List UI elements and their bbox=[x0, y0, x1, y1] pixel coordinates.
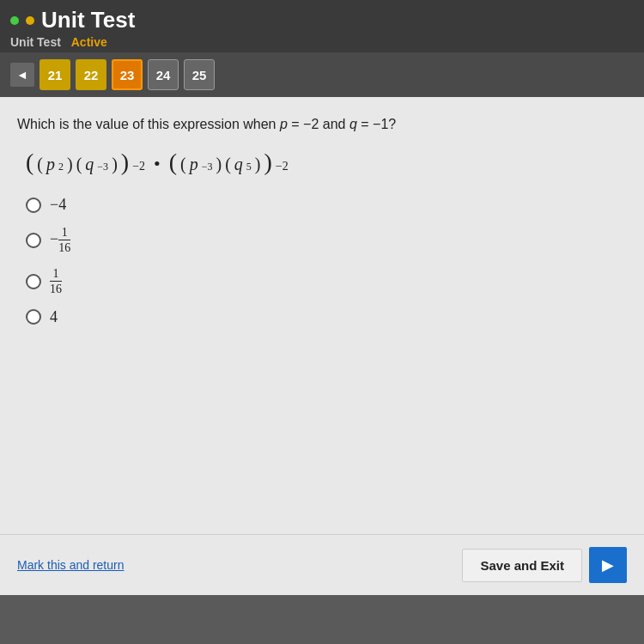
fraction-num-1: 1 bbox=[62, 226, 68, 239]
question-nav-bar: ◄ 21 22 23 24 25 bbox=[0, 52, 644, 97]
expr-close-p2: ) bbox=[216, 155, 222, 174]
option-neg4[interactable]: −4 bbox=[26, 196, 627, 214]
option-neg4-label: −4 bbox=[50, 196, 66, 214]
outer-right-paren1: ) bbox=[121, 150, 129, 174]
expr-p: p bbox=[46, 155, 55, 174]
expr-open-q: ( bbox=[76, 155, 82, 174]
fraction-num-2: 1 bbox=[53, 267, 59, 280]
expr-close-p: ) bbox=[67, 155, 73, 174]
option-neg1over16-label: − 1 16 bbox=[50, 226, 70, 255]
radio-4[interactable] bbox=[26, 309, 41, 325]
fraction-line-1 bbox=[58, 240, 70, 240]
expr-p2: p bbox=[190, 155, 198, 174]
fraction-1over16-neg: 1 16 bbox=[58, 226, 70, 255]
expr-close-q2: ) bbox=[255, 155, 261, 174]
nav-btn-23[interactable]: 23 bbox=[112, 59, 143, 90]
bottom-right-actions: Save and Exit ▶ bbox=[462, 547, 627, 583]
option-4-label: 4 bbox=[50, 308, 58, 326]
answer-options: −4 − 1 16 1 16 bbox=[26, 196, 627, 326]
multiply-dot: • bbox=[154, 153, 161, 175]
question-text: Which is the value of this expression wh… bbox=[17, 114, 627, 135]
yellow-status-dot bbox=[26, 16, 34, 25]
app-header: Unit Test Unit Test Active bbox=[0, 0, 644, 52]
main-content: Which is the value of this expression wh… bbox=[0, 97, 644, 595]
expr-close-q1: ) bbox=[112, 155, 118, 174]
next-arrow-icon: ▶ bbox=[602, 556, 614, 574]
radio-1over16[interactable] bbox=[26, 274, 41, 289]
option-1over16-label: 1 16 bbox=[50, 267, 62, 296]
inner-left-paren2: ( bbox=[180, 155, 186, 174]
outer-right-paren2: ) bbox=[264, 150, 272, 174]
radio-neg1over16[interactable] bbox=[26, 233, 41, 248]
fraction-den-16-2: 16 bbox=[50, 283, 62, 295]
math-expression: ( ( p2 ) ( q−3 ) ) −2 • ( ( p−3 ) ( q5 )… bbox=[26, 150, 627, 175]
expr-q1: q bbox=[85, 155, 94, 174]
breadcrumb-part1: Unit Test bbox=[10, 35, 61, 49]
breadcrumb-separator bbox=[64, 35, 68, 49]
nav-btn-25[interactable]: 25 bbox=[184, 59, 215, 90]
fraction-1over16: 1 16 bbox=[50, 267, 62, 296]
outer-left-paren: ( bbox=[26, 150, 33, 174]
green-status-dot bbox=[10, 16, 19, 25]
radio-neg4[interactable] bbox=[26, 197, 41, 213]
fraction-den-16-1: 16 bbox=[58, 241, 70, 254]
expr-q2: q bbox=[234, 155, 243, 174]
title-text: Unit Test bbox=[41, 7, 135, 33]
nav-prev-button[interactable]: ◄ bbox=[10, 63, 34, 87]
save-exit-button[interactable]: Save and Exit bbox=[462, 549, 582, 582]
inner-left-paren: ( bbox=[37, 155, 43, 174]
option-1over16[interactable]: 1 16 bbox=[26, 267, 627, 296]
option-4[interactable]: 4 bbox=[26, 308, 627, 326]
fraction-line-2 bbox=[50, 281, 62, 282]
bottom-bar: Mark this and return Save and Exit ▶ bbox=[0, 534, 644, 595]
expr-open-q2: ( bbox=[225, 155, 231, 174]
outer-left-paren2: ( bbox=[169, 150, 177, 174]
nav-btn-22[interactable]: 22 bbox=[76, 59, 106, 90]
mark-return-button[interactable]: Mark this and return bbox=[17, 558, 125, 572]
option-neg1over16[interactable]: − 1 16 bbox=[26, 226, 627, 255]
nav-btn-21[interactable]: 21 bbox=[39, 59, 70, 90]
next-button[interactable]: ▶ bbox=[589, 547, 627, 583]
breadcrumb-part2: Active bbox=[71, 35, 107, 49]
nav-btn-24[interactable]: 24 bbox=[148, 59, 179, 90]
breadcrumb: Unit Test Active bbox=[10, 35, 634, 49]
app-title: Unit Test bbox=[10, 7, 634, 33]
